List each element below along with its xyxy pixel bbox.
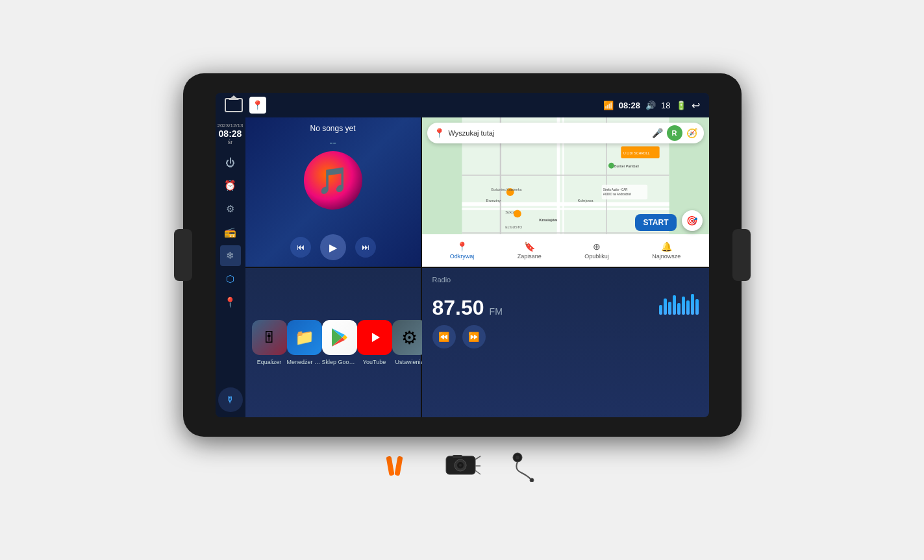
app-files[interactable]: 📁 Menedżer P... [287,320,322,365]
svg-rect-32 [386,456,394,476]
music-controls: ⏮ ▶ ⏭ [252,234,414,260]
date-display: 2023/12/13 [217,123,243,128]
snowflake-icon[interactable]: ❄ [220,245,241,266]
eq-bar-3 [668,302,671,315]
equalizer-label: Equalizer [257,359,282,365]
svg-point-19 [513,210,521,217]
sidebar-time: 08:28 [217,128,243,139]
files-icon: 📁 [287,320,322,355]
radio-equalizer [659,289,699,315]
eq-bar-5 [677,303,681,315]
map-nav-najnowsze[interactable]: 🔔 Najnowsze [652,241,681,260]
odkrywaj-icon: 📍 [456,241,468,252]
back-icon[interactable]: ↩ [692,99,700,112]
tool-accessory [384,453,417,483]
radio-next-button[interactable]: ⏩ [462,325,486,348]
svg-point-43 [516,456,519,459]
bluetooth-icon[interactable]: ⬡ [220,269,241,289]
music-note-icon: 🎵 [317,165,349,196]
sidebar-day: śr [217,139,243,145]
map-nav-odkrywaj[interactable]: 📍 Odkrywaj [450,241,475,260]
main-content: 2023/12/13 08:28 śr ⏻ ⏰ ⚙ 📻 ❄ ⬡ 📍 🎙 No s… [216,117,709,417]
pry-tools-icon [384,453,417,479]
eq-bar-4 [673,295,676,315]
settings-label: Ustawienia [395,359,423,365]
radio-icon[interactable]: 📻 [220,222,241,243]
playstore-logo-svg [329,327,350,348]
music-title: No songs yet [252,124,414,133]
play-button[interactable]: ▶ [320,234,346,260]
svg-text:Brzeziny: Brzeziny [486,199,501,202]
location-icon[interactable]: 📍 [220,292,241,313]
map-search-text[interactable]: Wyszukaj tutaj [449,129,648,137]
power-icon[interactable]: ⏻ [220,152,241,173]
map-nav-opublikuj[interactable]: ⊕ Opublikuj [584,241,609,260]
radio-title: Radio [432,276,699,284]
wifi-icon: 📶 [603,101,614,110]
accessories [384,450,540,487]
home-button[interactable] [225,98,243,112]
map-start-button[interactable]: START [635,214,676,231]
map-location-button[interactable]: 🎯 [682,210,703,231]
eq-bar-7 [686,300,690,315]
app-equalizer[interactable]: 🎚 Equalizer [252,320,287,365]
app-youtube[interactable]: YouTube [357,320,392,365]
map-mic-icon[interactable]: 🎤 [652,128,663,138]
map-search-bar[interactable]: 📍 Wyszukaj tutaj 🎤 R 🧭 [427,123,704,143]
time-display: 08:28 [619,101,640,110]
eq-bar-9 [695,299,699,315]
svg-rect-21 [601,185,647,199]
map-user-avatar[interactable]: R [667,125,682,141]
eq-bar-8 [691,294,694,315]
opublikuj-icon: ⊕ [593,241,601,252]
svg-point-13 [608,163,614,169]
equalizer-icon: 🎚 [252,320,287,355]
album-art: 🎵 [304,151,362,210]
radio-panel: Radio 87.50 FM [422,268,709,417]
status-right: 📶 08:28 🔊 18 🔋 ↩ [603,99,700,112]
radio-prev-button[interactable]: ⏪ [432,325,456,348]
odkrywaj-label: Odkrywaj [450,253,475,260]
svg-line-39 [475,456,481,459]
radio-band: FM [490,306,503,317]
playstore-label: Sklep Googl... [322,359,357,365]
svg-text:Gościniec Krasienka: Gościniec Krasienka [491,188,521,191]
maps-icon[interactable]: 📍 [249,97,266,114]
zapisane-icon: 🔖 [524,241,535,252]
svg-text:U LIDI SCHROLL: U LIDI SCHROLL [623,151,650,155]
mic-cable-icon [508,450,540,482]
apps-panel: 🎚 Equalizer 📁 Menedżer P... [245,268,421,417]
battery-icon: 🔋 [676,101,686,110]
najnowsze-icon: 🔔 [661,241,672,252]
map-panel[interactable]: Kolejowa Szkolna Krasiejów Brzeziny Bunk… [422,117,709,267]
volume-icon: 🔊 [645,101,656,110]
svg-rect-33 [394,456,403,476]
sidebar: 2023/12/13 08:28 śr ⏻ ⏰ ⚙ 📻 ❄ ⬡ 📍 🎙 [216,117,245,417]
settings-icon[interactable]: ⚙ [220,199,241,219]
svg-text:Kolejowa: Kolejowa [577,199,593,202]
youtube-icon [357,320,392,355]
radio-frequency-display: 87.50 FM [432,289,699,320]
status-left: 📍 [225,97,266,114]
prev-button[interactable]: ⏮ [290,237,311,258]
svg-text:Strefa Audio - CAR: Strefa Audio - CAR [603,188,627,191]
map-compass-icon[interactable]: 🧭 [686,128,697,138]
svg-text:EL'GUSTO: EL'GUSTO [505,225,522,229]
app-playstore[interactable]: Sklep Googl... [322,320,357,365]
map-nav-zapisane[interactable]: 🔖 Zapisane [518,241,542,260]
panels-grid: No songs yet -- 🎵 ⏮ ▶ ⏭ [245,117,709,417]
camera-icon [443,450,482,482]
volume-level: 18 [661,101,670,110]
svg-text:AUDIO na Androidzie!: AUDIO na Androidzie! [603,193,631,196]
svg-line-41 [475,470,481,474]
svg-text:Bunker Paintball: Bunker Paintball [614,164,638,168]
svg-point-44 [530,478,534,482]
eq-bar-1 [659,305,662,315]
playstore-icon [322,320,357,355]
sound-wave-button[interactable]: 🎙 [218,387,243,412]
next-button[interactable]: ⏭ [355,237,376,258]
date-time: 2023/12/13 08:28 śr [217,123,243,145]
alarm-icon[interactable]: ⏰ [220,175,241,196]
crosshair-icon: 🎯 [686,215,697,226]
camera-accessory [443,450,482,487]
